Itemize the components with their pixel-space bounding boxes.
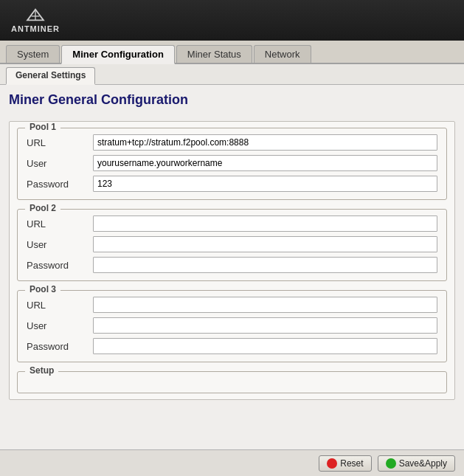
pool1-section: Pool 1 URL User Password — [17, 128, 447, 200]
tab-bar: System Miner Configuration Miner Status … — [0, 41, 464, 64]
pool3-user-label: User — [27, 320, 93, 331]
footer-bar: Reset Save&Apply — [0, 449, 464, 476]
pool1-password-label: Password — [27, 179, 93, 190]
pool3-section: Pool 3 URL User Password — [17, 290, 447, 362]
pool1-password-row: Password — [27, 176, 437, 192]
pool3-password-label: Password — [27, 341, 93, 352]
pool1-user-label: User — [27, 158, 93, 169]
logo-area: ANTMINER — [11, 8, 60, 33]
pool2-user-input[interactable] — [93, 236, 437, 252]
antminer-logo-icon — [25, 8, 46, 23]
pool1-url-input[interactable] — [93, 134, 437, 151]
app-wrapper: ANTMINER System Miner Configuration Mine… — [0, 0, 464, 476]
pool1-user-row: User — [27, 155, 437, 171]
main-content: Miner General Configuration Pool 1 URL U… — [0, 85, 464, 476]
setup-section: Setup — [17, 371, 447, 393]
reset-label: Reset — [340, 458, 363, 469]
pool2-url-input[interactable] — [93, 215, 437, 232]
sub-tab-bar: General Settings — [0, 64, 464, 85]
pool3-user-row: User — [27, 317, 437, 334]
pool3-password-row: Password — [27, 338, 437, 354]
form-container: Pool 1 URL User Password Pool 2 UR — [9, 121, 455, 400]
pool1-url-row: URL — [27, 134, 437, 151]
save-apply-button[interactable]: Save&Apply — [378, 455, 455, 472]
pool3-url-input[interactable] — [93, 297, 437, 313]
tab-miner-configuration[interactable]: Miner Configuration — [61, 45, 175, 64]
pool3-url-row: URL — [27, 297, 437, 313]
page-title: Miner General Configuration — [9, 92, 455, 112]
pool1-legend: Pool 1 — [25, 122, 60, 132]
reset-button[interactable]: Reset — [319, 455, 371, 472]
logo-text: ANTMINER — [11, 24, 60, 33]
pool2-url-label: URL — [27, 218, 93, 230]
tab-miner-status[interactable]: Miner Status — [176, 45, 252, 63]
pool1-user-input[interactable] — [93, 155, 437, 171]
apply-icon — [386, 458, 396, 469]
setup-legend: Setup — [25, 365, 58, 376]
header: ANTMINER — [0, 0, 464, 41]
pool1-password-input[interactable] — [93, 176, 437, 192]
reset-icon — [327, 458, 337, 469]
pool2-section: Pool 2 URL User Password — [17, 209, 447, 281]
pool2-password-input[interactable] — [93, 257, 437, 273]
pool2-password-label: Password — [27, 260, 93, 271]
pool2-password-row: Password — [27, 257, 437, 273]
pool3-user-input[interactable] — [93, 317, 437, 334]
tab-system[interactable]: System — [6, 45, 60, 63]
pool2-user-label: User — [27, 239, 93, 250]
tab-network[interactable]: Network — [254, 45, 311, 63]
pool1-url-label: URL — [27, 137, 93, 148]
apply-label: Save&Apply — [399, 458, 447, 469]
sub-tab-general-settings[interactable]: General Settings — [6, 67, 95, 85]
pool2-user-row: User — [27, 236, 437, 252]
pool3-password-input[interactable] — [93, 338, 437, 354]
pool2-legend: Pool 2 — [25, 203, 60, 213]
pool2-url-row: URL — [27, 215, 437, 232]
pool3-url-label: URL — [27, 300, 93, 311]
pool3-legend: Pool 3 — [25, 284, 60, 294]
